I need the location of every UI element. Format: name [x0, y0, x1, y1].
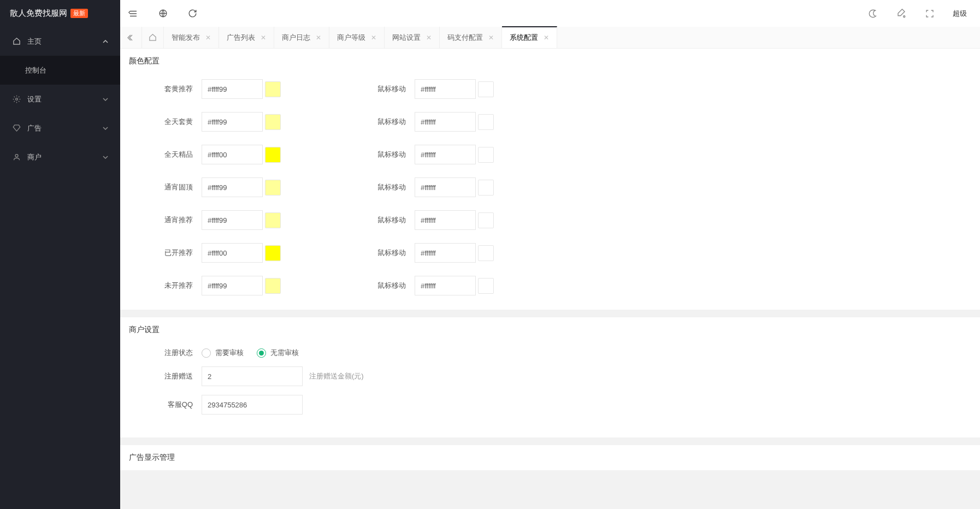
- reg-gift-help: 注册赠送金额(元): [309, 371, 364, 381]
- tab-smart-publish[interactable]: 智能发布 ✕: [164, 27, 219, 48]
- card-title: 商户设置: [120, 317, 980, 342]
- topbar: 超级: [120, 0, 980, 27]
- color-left-input[interactable]: [202, 210, 263, 230]
- color-left-input[interactable]: [202, 112, 263, 132]
- fullscreen-icon[interactable]: [924, 8, 935, 19]
- tab-merchant-level[interactable]: 商户等级 ✕: [329, 27, 385, 48]
- ad-display-card: 广告显示管理: [120, 445, 980, 470]
- color-right-swatch[interactable]: [478, 180, 494, 196]
- color-right-input[interactable]: [415, 210, 476, 230]
- chevron-up-icon: [103, 39, 108, 44]
- radio-need-review[interactable]: 需要审核: [202, 348, 244, 358]
- sidebar-item-console[interactable]: 控制台: [0, 56, 120, 85]
- color-row: 已开推荐鼠标移动: [129, 243, 971, 263]
- color-left-swatch[interactable]: [265, 180, 281, 196]
- close-icon[interactable]: ✕: [488, 34, 494, 42]
- color-left-input[interactable]: [202, 177, 263, 197]
- color-right-input[interactable]: [415, 243, 476, 263]
- color-left-swatch[interactable]: [265, 114, 281, 130]
- tab-label: 网站设置: [392, 33, 421, 43]
- card-title: 广告显示管理: [120, 445, 980, 470]
- color-right-label: 鼠标移动: [371, 150, 415, 159]
- tab-label: 商户日志: [282, 33, 310, 43]
- color-right-label: 鼠标移动: [371, 215, 415, 225]
- color-left-swatch[interactable]: [265, 278, 281, 294]
- menu-collapse-icon[interactable]: [128, 8, 139, 19]
- color-right-swatch[interactable]: [478, 245, 494, 261]
- user-menu[interactable]: 超级: [953, 9, 967, 19]
- color-left-swatch[interactable]: [265, 147, 281, 163]
- brand-header: 散人免费找服网 最新: [0, 0, 120, 27]
- color-left-input[interactable]: [202, 145, 263, 164]
- color-left-swatch[interactable]: [265, 212, 281, 228]
- color-left-input[interactable]: [202, 276, 263, 295]
- color-left-input[interactable]: [202, 79, 263, 99]
- tab-home[interactable]: [142, 27, 164, 48]
- color-right-swatch[interactable]: [478, 147, 494, 163]
- color-right-swatch[interactable]: [478, 278, 494, 294]
- color-row: 全天套黄鼠标移动: [129, 112, 971, 132]
- tab-ad-list[interactable]: 广告列表 ✕: [219, 27, 274, 48]
- color-left-label: 通宵固顶: [129, 182, 202, 192]
- close-icon[interactable]: ✕: [261, 34, 266, 42]
- color-left-label: 套黄推荐: [129, 84, 202, 94]
- color-right-input[interactable]: [415, 177, 476, 197]
- sidebar-item-ads[interactable]: 广告: [0, 114, 120, 143]
- sidebar-item-label: 设置: [27, 94, 103, 104]
- tab-merchant-log[interactable]: 商户日志 ✕: [274, 27, 329, 48]
- color-right-input[interactable]: [415, 276, 476, 295]
- color-right-input[interactable]: [415, 79, 476, 99]
- sidebar-item-label: 商户: [27, 152, 103, 162]
- brand-title: 散人免费找服网: [10, 8, 67, 19]
- svg-point-0: [15, 98, 17, 100]
- radio-label: 无需审核: [270, 348, 299, 358]
- svg-point-3: [904, 15, 905, 17]
- tab-pay-config[interactable]: 码支付配置 ✕: [440, 27, 502, 48]
- radio-icon: [257, 348, 266, 358]
- sidebar-item-home[interactable]: 主页: [0, 27, 120, 56]
- tabbar: 智能发布 ✕ 广告列表 ✕ 商户日志 ✕ 商户等级 ✕ 网站设置 ✕ 码支付配置…: [120, 27, 980, 49]
- chevron-down-icon: [103, 126, 108, 131]
- svg-point-1: [15, 155, 18, 157]
- qq-input[interactable]: [202, 395, 303, 415]
- close-icon[interactable]: ✕: [371, 34, 376, 42]
- color-left-input[interactable]: [202, 243, 263, 263]
- color-left-swatch[interactable]: [265, 245, 281, 261]
- reg-gift-label: 注册赠送: [129, 371, 202, 381]
- radio-icon: [202, 348, 211, 358]
- close-icon[interactable]: ✕: [544, 34, 549, 42]
- color-right-input[interactable]: [415, 145, 476, 164]
- tab-label: 码支付配置: [447, 33, 483, 43]
- color-left-swatch[interactable]: [265, 81, 281, 97]
- color-left-label: 已开推荐: [129, 248, 202, 258]
- sidebar-item-merchant[interactable]: 商户: [0, 143, 120, 171]
- sidebar-item-label: 广告: [27, 123, 103, 133]
- tab-scroll-left[interactable]: [120, 27, 142, 48]
- sidebar-item-settings[interactable]: 设置: [0, 85, 120, 114]
- color-right-swatch[interactable]: [478, 114, 494, 130]
- brand-badge: 最新: [70, 9, 88, 18]
- sidebar-item-label: 主页: [27, 37, 103, 46]
- content-scroll[interactable]: 颜色配置 套黄推荐鼠标移动全天套黄鼠标移动全天精品鼠标移动通宵固顶鼠标移动通宵推…: [120, 49, 980, 509]
- color-right-swatch[interactable]: [478, 81, 494, 97]
- reg-gift-input[interactable]: [202, 366, 303, 386]
- color-config-card: 颜色配置 套黄推荐鼠标移动全天套黄鼠标移动全天精品鼠标移动通宵固顶鼠标移动通宵推…: [120, 49, 980, 310]
- card-title: 颜色配置: [120, 49, 980, 74]
- color-right-input[interactable]: [415, 112, 476, 132]
- tab-site-settings[interactable]: 网站设置 ✕: [385, 27, 440, 48]
- color-right-label: 鼠标移动: [371, 117, 415, 127]
- globe-icon[interactable]: [157, 8, 168, 19]
- color-right-label: 鼠标移动: [371, 248, 415, 258]
- close-icon[interactable]: ✕: [316, 34, 321, 42]
- radio-label: 需要审核: [215, 348, 244, 358]
- tab-system-config[interactable]: 系统配置 ✕: [502, 26, 557, 48]
- close-icon[interactable]: ✕: [426, 34, 432, 42]
- note-icon[interactable]: [896, 8, 907, 19]
- chevron-down-icon: [103, 97, 108, 102]
- radio-no-review[interactable]: 无需审核: [257, 348, 299, 358]
- color-row: 套黄推荐鼠标移动: [129, 79, 971, 99]
- color-right-swatch[interactable]: [478, 212, 494, 228]
- close-icon[interactable]: ✕: [205, 34, 211, 42]
- theme-icon[interactable]: [867, 8, 878, 19]
- refresh-icon[interactable]: [187, 8, 198, 19]
